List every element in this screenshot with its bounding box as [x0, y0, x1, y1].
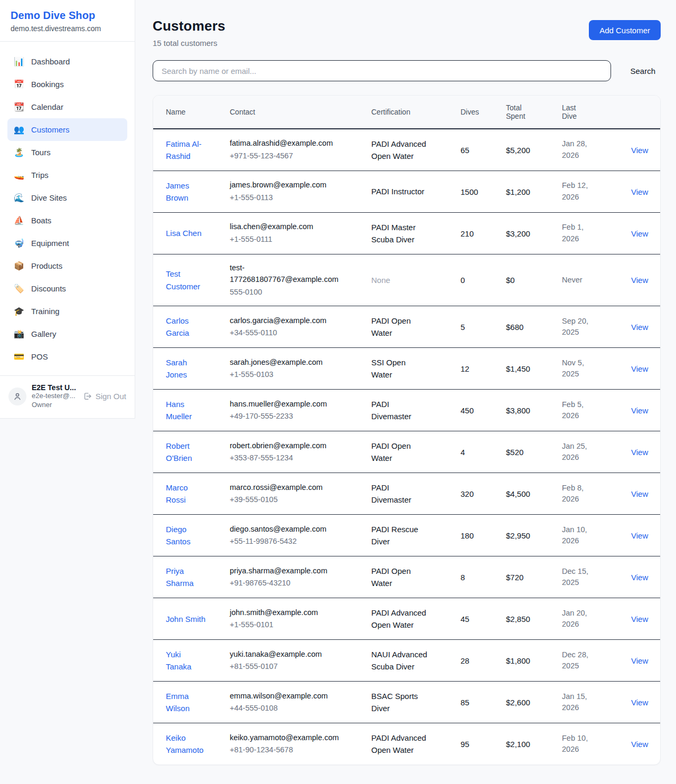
sidebar-item-label: Trips: [31, 171, 49, 180]
table-row: Priya Sharma priya.sharma@example.com +9…: [153, 556, 660, 598]
view-customer-link[interactable]: View: [631, 740, 652, 749]
customer-name-link[interactable]: Lisa Chen: [166, 227, 208, 239]
customer-certification: PADI Divemaster: [371, 398, 428, 423]
sidebar-item-training[interactable]: 🎓 Training: [7, 300, 127, 323]
customer-name-link[interactable]: Fatima Al-Rashid: [166, 138, 208, 163]
discounts-icon: 🏷️: [14, 285, 24, 293]
view-customer-link[interactable]: View: [631, 531, 652, 540]
table-row: Carlos Garcia carlos.garcia@example.com …: [153, 306, 660, 347]
table-row: Emma Wilson emma.wilson@example.com +44-…: [153, 681, 660, 723]
customer-name-link[interactable]: John Smith: [166, 613, 208, 625]
page-header: Customers 15 total customers Add Custome…: [153, 18, 661, 48]
customer-phone: +44-555-0108: [230, 703, 342, 714]
customer-name-link[interactable]: Keiko Yamamoto: [166, 732, 208, 757]
customer-last-dive: Feb 8, 2026: [562, 483, 603, 506]
shop-domain: demo.test.divestreams.com: [11, 24, 124, 33]
customer-name-link[interactable]: James Brown: [166, 180, 208, 204]
customer-email: fatima.alrashid@example.com: [230, 138, 342, 149]
customer-name-link[interactable]: Sarah Jones: [166, 356, 208, 381]
view-customer-link[interactable]: View: [631, 615, 652, 624]
sidebar-item-label: Gallery: [31, 329, 57, 338]
main-content: Customers 15 total customers Add Custome…: [135, 0, 676, 784]
view-customer-link[interactable]: View: [631, 656, 652, 665]
customer-certification: PADI Open Water: [371, 440, 428, 465]
table-row: Diego Santos diego.santos@example.com +5…: [153, 514, 660, 556]
customer-dives: 45: [461, 615, 497, 624]
view-customer-link[interactable]: View: [631, 698, 652, 707]
sidebar-item-customers[interactable]: 👥 Customers: [7, 118, 127, 141]
customer-phone: +55-11-99876-5432: [230, 536, 342, 547]
dive-sites-icon: 🌊: [14, 194, 24, 202]
search-bar: Search: [153, 60, 661, 81]
sign-out-button[interactable]: Sign Out: [83, 392, 126, 401]
customer-name-link[interactable]: Yuki Tanaka: [166, 648, 208, 673]
customer-phone: +1-555-0103: [230, 369, 342, 381]
customer-last-dive: Jan 15, 2026: [562, 691, 603, 714]
view-customer-link[interactable]: View: [631, 187, 652, 196]
customer-email: robert.obrien@example.com: [230, 440, 342, 452]
customer-dives: 65: [461, 146, 497, 155]
shop-name: Demo Dive Shop: [11, 10, 124, 22]
view-customer-link[interactable]: View: [631, 364, 652, 373]
customer-total-spent: $1,450: [506, 364, 549, 373]
search-input[interactable]: [153, 60, 611, 81]
customer-name-link[interactable]: Test Customer: [166, 268, 208, 292]
customer-phone: +971-55-123-4567: [230, 150, 342, 162]
sidebar-item-calendar[interactable]: 📆 Calendar: [7, 96, 127, 118]
add-customer-button[interactable]: Add Customer: [589, 20, 661, 40]
customer-certification: NAUI Advanced Scuba Diver: [371, 648, 428, 673]
customer-last-dive: Feb 10, 2026: [562, 733, 603, 756]
sidebar-item-boats[interactable]: ⛵ Boats: [7, 209, 127, 232]
customer-name-link[interactable]: Diego Santos: [166, 523, 208, 548]
customer-phone: +81-90-1234-5678: [230, 744, 342, 756]
customer-last-dive: Never: [562, 275, 603, 286]
sidebar-item-dive-sites[interactable]: 🌊 Dive Sites: [7, 186, 127, 209]
sidebar-item-gallery[interactable]: 📸 Gallery: [7, 323, 127, 345]
page-title: Customers: [153, 18, 226, 34]
trips-icon: 🚤: [14, 171, 24, 180]
customer-name-link[interactable]: Carlos Garcia: [166, 315, 208, 339]
sidebar-item-bookings[interactable]: 📅 Bookings: [7, 73, 127, 96]
customer-email: test-1772681807767@example.com: [230, 262, 342, 286]
sign-out-icon: [83, 392, 92, 401]
user-email: e2e-tester@...: [32, 392, 78, 401]
sidebar-item-equipment[interactable]: 🤿 Equipment: [7, 232, 127, 254]
customer-certification: PADI Divemaster: [371, 481, 428, 506]
column-header-contact: Contact: [230, 96, 371, 128]
customer-email: john.smith@example.com: [230, 607, 342, 619]
sidebar-item-discounts[interactable]: 🏷️ Discounts: [7, 277, 127, 300]
sidebar-item-tours[interactable]: 🏝️ Tours: [7, 141, 127, 164]
sidebar-item-label: Products: [31, 261, 62, 270]
view-customer-link[interactable]: View: [631, 323, 652, 332]
sidebar-nav: 📊 Dashboard 📅 Bookings 📆 Calendar 👥 Cust…: [0, 42, 135, 375]
table-row: Lisa Chen lisa.chen@example.com +1-555-0…: [153, 212, 660, 254]
view-customer-link[interactable]: View: [631, 573, 652, 582]
view-customer-link[interactable]: View: [631, 229, 652, 238]
sidebar-item-trips[interactable]: 🚤 Trips: [7, 164, 127, 186]
customer-email: diego.santos@example.com: [230, 524, 342, 535]
customer-name-link[interactable]: Marco Rossi: [166, 481, 208, 506]
customer-dives: 210: [461, 229, 497, 238]
customer-name-link[interactable]: Priya Sharma: [166, 565, 208, 590]
view-customer-link[interactable]: View: [631, 448, 652, 457]
customer-certification: SSI Open Water: [371, 356, 428, 381]
customer-certification: PADI Master Scuba Diver: [371, 221, 428, 246]
view-customer-link[interactable]: View: [631, 489, 652, 498]
customer-name-link[interactable]: Hans Mueller: [166, 398, 208, 423]
customer-phone: +34-555-0110: [230, 327, 342, 339]
view-customer-link[interactable]: View: [631, 146, 652, 155]
view-customer-link[interactable]: View: [631, 406, 652, 415]
search-button[interactable]: Search: [625, 63, 661, 79]
customer-total-spent: $2,850: [506, 615, 549, 624]
view-customer-link[interactable]: View: [631, 276, 652, 285]
customer-last-dive: Feb 5, 2026: [562, 399, 603, 422]
customer-total-spent: $2,950: [506, 531, 549, 540]
sidebar-item-products[interactable]: 📦 Products: [7, 254, 127, 277]
customer-name-link[interactable]: Emma Wilson: [166, 690, 208, 715]
customer-dives: 5: [461, 323, 497, 332]
customer-phone: +39-555-0105: [230, 494, 342, 506]
sidebar-item-pos[interactable]: 💳 POS: [7, 345, 127, 368]
customer-name-link[interactable]: Robert O'Brien: [166, 440, 208, 465]
customer-total-spent: $1,800: [506, 656, 549, 665]
sidebar-item-dashboard[interactable]: 📊 Dashboard: [7, 50, 127, 73]
